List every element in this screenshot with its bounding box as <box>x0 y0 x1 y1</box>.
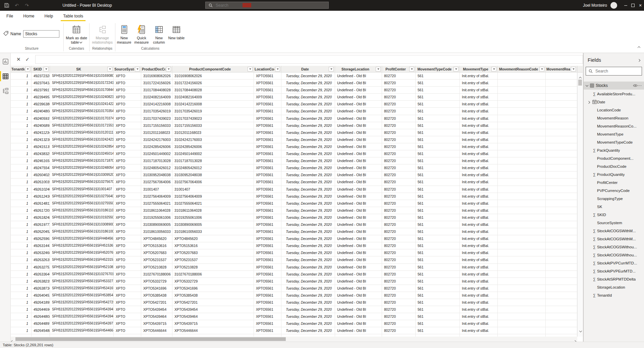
more-options-icon[interactable]: ⋯ <box>638 83 642 88</box>
field-item-pvpcurrencycode[interactable]: PVPCurrencyCode <box>584 187 644 195</box>
field-item-stockatpvpcurrmtd[interactable]: ∑StockAtPVPCurrMTD... <box>584 259 644 267</box>
mark-as-date-table-button[interactable]: Mark as date table <box>64 21 89 47</box>
field-item-storagelocation[interactable]: StorageLocation <box>584 283 644 291</box>
field-item-tenantid[interactable]: ∑TenantId <box>584 291 644 299</box>
avatar[interactable] <box>610 2 617 9</box>
field-table-stocks[interactable]: Stocks ⋯ <box>584 82 644 90</box>
field-item-skid[interactable]: ∑SKID <box>584 211 644 219</box>
column-header-storagelocation[interactable]: StorageLocation <box>335 66 382 72</box>
filter-button-locationcode[interactable] <box>275 67 280 71</box>
field-item-locationcode[interactable]: LocationCode <box>584 106 644 114</box>
column-header-movementtypecode[interactable]: MovementTypeCode <box>416 66 460 72</box>
table-cell: Init.entry of stBal. <box>460 87 498 93</box>
titlebar-search[interactable] <box>205 2 329 9</box>
filter-button-sk[interactable] <box>107 67 112 71</box>
field-item-availablestoreprodu[interactable]: ∑AvailableStoreProdu... <box>584 90 644 98</box>
field-item-date[interactable]: Date <box>584 98 644 106</box>
tab-help[interactable]: Help <box>40 11 58 21</box>
formula-confirm-icon[interactable]: ✓ <box>25 56 30 62</box>
column-header-skid[interactable]: SKID <box>32 66 50 72</box>
formula-cancel-icon[interactable]: ✕ <box>16 56 21 62</box>
table-name-input[interactable] <box>23 30 59 38</box>
field-item-sourcesystem[interactable]: SourceSystem <box>584 219 644 227</box>
redo-icon[interactable]: ↷ <box>24 3 30 8</box>
filter-button-date[interactable] <box>329 67 334 71</box>
field-item-sk[interactable]: SK <box>584 203 644 211</box>
field-item-profitcenter[interactable]: ProfitCenter <box>584 179 644 187</box>
filter-icon <box>411 68 413 70</box>
field-item-stockatcogswithou[interactable]: ∑StockAtCOGSWithou... <box>584 251 644 259</box>
vertical-scrollbar[interactable] <box>577 66 583 337</box>
field-item-movementtypecode[interactable]: MovementTypeCode <box>584 138 644 146</box>
minimize-button[interactable] <box>622 0 629 11</box>
new-column-button[interactable]: New column <box>150 21 168 47</box>
tab-file[interactable]: File <box>1 11 18 21</box>
field-item-productquantity[interactable]: ∑ProductQuantity <box>584 170 644 179</box>
collapse-ribbon-icon[interactable] <box>638 44 640 50</box>
field-item-movementtype[interactable]: MovementType <box>584 130 644 138</box>
data-view-button[interactable] <box>0 71 11 81</box>
filter-button-movementreason[interactable] <box>571 67 576 71</box>
group-label-calendars: Calendars <box>64 47 89 53</box>
filter-button-movementtype[interactable] <box>491 67 496 71</box>
table-cell: SFH§1§20201229§SFH5561§SFH5210828 <box>50 264 114 270</box>
field-item-productcomponent[interactable]: ProductComponent... <box>584 154 644 162</box>
column-header-sourcesystem[interactable]: SourceSystem <box>114 66 141 72</box>
field-item-stockatcogswithou[interactable]: ∑StockAtCOGSWithou... <box>584 243 644 251</box>
filter-button-productcomponentcode[interactable] <box>248 67 253 71</box>
filter-button-movementtypecode[interactable] <box>453 67 459 71</box>
field-item-movementreason[interactable]: MovementReason <box>584 114 644 122</box>
table-cell: Init.entry of stBal. <box>460 242 498 249</box>
field-item-productdoccode[interactable]: ProductDocCode <box>584 162 644 170</box>
field-item-packquantity[interactable]: ∑PackQuantity <box>584 146 644 154</box>
filter-button-movementreasoncode[interactable] <box>539 67 544 71</box>
column-header-movementtype[interactable]: MovementType <box>460 66 498 72</box>
model-view-button[interactable] <box>0 86 11 96</box>
report-view-button[interactable] <box>0 56 11 66</box>
horizontal-scrollbar[interactable] <box>11 337 577 342</box>
undo-icon[interactable]: ↶ <box>14 3 19 8</box>
close-button[interactable]: ✕ <box>637 0 644 11</box>
filter-button-productdoccode[interactable] <box>166 67 171 71</box>
titlebar-search-input[interactable] <box>215 3 290 8</box>
field-item-stockatsrpmtddelta[interactable]: ∑StockAtSRPMTDDelta <box>584 275 644 283</box>
fields-search-input[interactable] <box>595 68 636 74</box>
filter-button-storagelocation[interactable] <box>376 67 381 71</box>
fields-search[interactable] <box>586 67 642 76</box>
tab-home[interactable]: Home <box>18 11 39 21</box>
collapse-fields-icon[interactable] <box>638 58 640 62</box>
column-header-sk[interactable]: SK <box>50 66 114 72</box>
filter-button-profitcenter[interactable] <box>409 67 414 71</box>
filter-button-sourcesystem[interactable] <box>135 67 140 71</box>
field-item-scrappingtype[interactable]: ScrappingType <box>584 195 644 203</box>
column-header-profitcenter[interactable]: ProfitCenter <box>382 66 416 72</box>
maximize-button[interactable] <box>629 0 637 11</box>
column-header-tenantid[interactable]: TenantId <box>11 66 32 72</box>
scroll-down-icon[interactable] <box>578 328 583 334</box>
chevron-right-icon[interactable] <box>588 100 592 104</box>
formula-input[interactable] <box>35 55 583 64</box>
horizontal-scroll-thumb[interactable] <box>15 337 286 341</box>
eye-icon[interactable] <box>633 84 638 87</box>
field-item-movementreasonco[interactable]: MovementReasonCo... <box>584 122 644 130</box>
filter-button-tenantid[interactable] <box>25 67 30 71</box>
column-header-locationcode[interactable]: LocationCode <box>254 66 281 72</box>
save-icon[interactable] <box>4 3 9 8</box>
vertical-scroll-thumb[interactable] <box>578 80 582 86</box>
table-cell: Tuesday, December 29, 2020 <box>281 157 335 164</box>
new-measure-button[interactable]: New measure <box>115 21 133 47</box>
field-item-stockatpvpeurmtd[interactable]: ∑StockAtPVPEurMTD... <box>584 267 644 275</box>
column-header-productdoccode[interactable]: ProductDocCode <box>141 66 172 72</box>
column-header-productcomponentcode[interactable]: ProductComponentCode <box>172 66 254 72</box>
column-header-movementreason[interactable]: MovementReason <box>546 66 577 72</box>
field-item-stockatcogswithm[interactable]: ∑StockAtCOGSWithM... <box>584 227 644 235</box>
table-cell <box>498 108 546 114</box>
new-table-button[interactable]: New table <box>168 21 185 47</box>
column-header-date[interactable]: Date <box>281 66 335 72</box>
user-name[interactable]: Joel Monteiro <box>583 3 607 8</box>
filter-button-skid[interactable] <box>44 67 49 71</box>
column-header-movementreasoncode[interactable]: MovementReasonCode <box>498 66 546 72</box>
field-item-stockatcogswithm[interactable]: ∑StockAtCOGSWithM... <box>584 235 644 243</box>
quick-measure-button[interactable]: Quick measure <box>133 21 150 47</box>
tab-table-tools[interactable]: Table tools <box>58 11 88 21</box>
